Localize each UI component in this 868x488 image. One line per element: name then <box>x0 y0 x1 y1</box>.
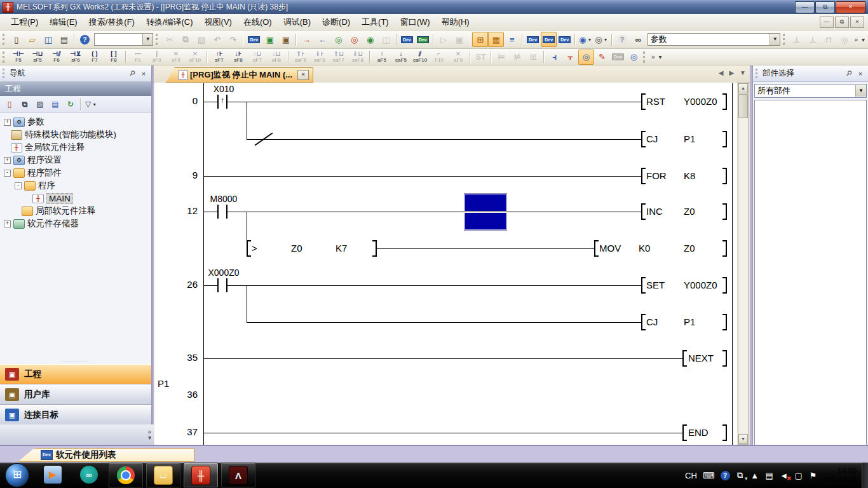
tab-scroll-right-icon[interactable]: ▶ <box>729 69 734 76</box>
monitor-write-mode-button[interactable]: ✎ <box>594 50 610 65</box>
toolbar-overflow-icon[interactable]: » <box>651 54 655 60</box>
closed-contact-or-button[interactable]: ⊣⊻sF6 <box>66 49 85 65</box>
device-use-list-tab[interactable]: Dev 软元件使用列表 <box>18 448 194 462</box>
tree-item-7[interactable]: 局部软元件注释 <box>0 205 151 217</box>
device-use-list-button[interactable]: Dev <box>541 32 557 47</box>
data-properties-button[interactable]: ▤ <box>48 97 63 111</box>
menu-item-0[interactable]: 工程(P) <box>5 15 44 30</box>
tree-item-0[interactable]: +⚙参数 <box>0 116 151 128</box>
closed-contact-button[interactable]: ⊣⫽F6 <box>47 49 66 65</box>
monitor-start-all-button[interactable]: ◎ <box>330 32 346 47</box>
refresh-view-button[interactable]: ↻ <box>63 97 78 111</box>
parts-filter-combo[interactable]: 所有部件 ▼ <box>754 84 867 98</box>
help-center-icon[interactable]: ? <box>721 471 730 480</box>
mdi-close-button[interactable]: × <box>850 17 864 28</box>
new-project-button[interactable]: ▯ <box>8 32 24 47</box>
device-test-button[interactable]: Dev <box>415 32 431 47</box>
combo-arrow-icon[interactable]: ▼ <box>770 34 780 45</box>
tab-scroll-left-icon[interactable]: ◀ <box>719 69 724 76</box>
menu-item-5[interactable]: 在线(O) <box>238 15 278 30</box>
mdi-minimize-button[interactable]: — <box>820 17 834 28</box>
view-bar-connection-destination[interactable]: ▣连接目标 <box>0 405 151 425</box>
falling-pulse-button[interactable]: ↓⊦sF8 <box>229 49 248 65</box>
taskbar-clock[interactable]: 14:08 2017/3/22 <box>820 466 862 484</box>
scrollbar-thumb[interactable] <box>738 94 748 118</box>
pin-icon[interactable]: ⚲ <box>843 67 856 80</box>
find-target-combo[interactable]: 参数▼ <box>648 33 780 46</box>
output-window-button[interactable]: ≡ <box>504 32 520 47</box>
tab-list-icon[interactable]: ▼ <box>740 69 746 76</box>
chrome-taskbar-button[interactable] <box>108 463 144 488</box>
pulse-conversion-button[interactable]: ↑aF5 <box>372 49 391 65</box>
copy-data-button[interactable]: ⧉ <box>17 97 32 111</box>
quick-find-combo[interactable]: ▼ <box>94 33 153 46</box>
mdi-restore-button[interactable]: ⧉ <box>835 17 849 28</box>
close-panel-icon[interactable]: × <box>139 70 149 78</box>
file-explorer-taskbar-button[interactable]: ▭ <box>146 463 181 488</box>
tree-expander-icon[interactable]: + <box>4 220 11 227</box>
monitor-start-button[interactable]: ◉ <box>362 32 378 47</box>
find-binoculars-button[interactable]: ∞ <box>630 32 646 47</box>
menu-item-7[interactable]: 诊断(D) <box>316 15 356 30</box>
tree-expander-icon[interactable]: + <box>4 119 11 126</box>
ladder-canvas[interactable]: 0RSTY000Z0↑X010CJP19FORK812INCZ0M8000>Z0… <box>154 83 737 445</box>
close-button[interactable]: × <box>836 1 865 13</box>
application-instruction-button[interactable]: [ ]F8 <box>104 49 123 65</box>
tree-expander-icon[interactable]: + <box>4 157 11 164</box>
close-panel-icon[interactable]: × <box>855 70 865 78</box>
menu-item-8[interactable]: 工具(T) <box>356 15 395 30</box>
tab-close-icon[interactable]: × <box>297 70 309 80</box>
tree-expander-icon[interactable]: - <box>15 182 22 189</box>
scroll-up-icon[interactable]: ▲ <box>738 83 748 93</box>
restore-button[interactable]: ⧉ <box>815 1 835 13</box>
tree-item-2[interactable]: ╫全局软元件注释 <box>0 141 151 154</box>
language-indicator[interactable]: CH <box>685 471 697 480</box>
view-bar-options[interactable]: » ▾ <box>0 424 156 445</box>
action-center-flag-icon[interactable]: ⚑ <box>809 471 818 480</box>
io-assignment-button[interactable]: ▣ <box>278 32 294 47</box>
find-device-mag-button[interactable]: ◎▼ <box>593 32 609 47</box>
show-hidden-icons-icon[interactable]: ▲ <box>750 471 759 480</box>
clipboard-tool-icon[interactable]: ▤ <box>765 471 774 480</box>
rising-pulse-button[interactable]: ↑⊦sF7 <box>210 49 229 65</box>
invert-operation-result-button[interactable]: ⫽caF10 <box>410 49 430 65</box>
open-contact-button[interactable]: ⊣⊢F5 <box>9 49 28 65</box>
network-status-icon[interactable]: ▢ <box>794 471 803 480</box>
write-to-plc-button[interactable]: → <box>299 32 315 47</box>
coil-button[interactable]: ( )F7 <box>85 49 104 65</box>
scroll-down-icon[interactable]: ▼ <box>738 434 748 444</box>
menu-item-4[interactable]: 视图(V) <box>199 15 238 30</box>
parts-list[interactable] <box>754 100 867 447</box>
minimize-button[interactable]: — <box>795 1 815 13</box>
statement-display-button[interactable]: ⫞ <box>546 50 562 65</box>
dropdown-arrow-icon[interactable]: ▼ <box>92 102 97 107</box>
windows-media-player-taskbar-button[interactable]: ▶ <box>36 463 70 487</box>
monitor-mode-button[interactable]: ◎ <box>578 50 594 65</box>
menu-item-2[interactable]: 搜索/替换(F) <box>83 15 140 30</box>
dropdown-arrow-icon[interactable]: ▼ <box>588 37 592 42</box>
monitor-stop-all-button[interactable]: ◎ <box>346 32 362 47</box>
help-context-button[interactable]: ? <box>614 32 630 47</box>
menu-item-9[interactable]: 窗口(W) <box>395 15 436 30</box>
filter-tree-button[interactable]: ▽▼ <box>83 97 98 111</box>
open-project-button[interactable]: ▱ <box>24 32 40 47</box>
tree-item-4[interactable]: -程序部件 <box>0 166 151 179</box>
watch-eye-button[interactable]: ◉▼ <box>578 32 593 47</box>
device-display-button[interactable]: Dev <box>557 32 573 47</box>
device-find-button[interactable]: Dev <box>525 32 541 47</box>
intelligent-function-module-button[interactable]: ▦ <box>488 32 504 47</box>
pulse-conversion-close-button[interactable]: ↓caF5 <box>391 49 410 65</box>
keyboard-indicator-icon[interactable]: ⌨ <box>703 471 715 480</box>
tree-expander-icon[interactable]: - <box>4 170 11 177</box>
toolbar-overflow-down-icon[interactable]: ▾ <box>659 54 662 60</box>
toolbar-overflow-down-icon[interactable]: ▾ <box>862 37 865 43</box>
device-comment-edit-button[interactable]: Dev <box>246 32 262 47</box>
combo-arrow-icon[interactable]: ▼ <box>142 34 153 45</box>
menu-item-10[interactable]: 帮助(H) <box>436 15 475 30</box>
window-layout-icon[interactable]: ⧉▾ <box>736 470 745 480</box>
open-contact-or-button[interactable]: ⊣⊔sF5 <box>28 49 47 65</box>
view-bar-user-library[interactable]: ▣用户库 <box>0 384 151 405</box>
combo-arrow-icon[interactable]: ▼ <box>855 85 866 97</box>
tab-main-program[interactable]: ╫ [PRG]监视 停止中 MAIN (... × <box>166 67 313 83</box>
pin-icon[interactable]: ⚲ <box>126 67 139 80</box>
